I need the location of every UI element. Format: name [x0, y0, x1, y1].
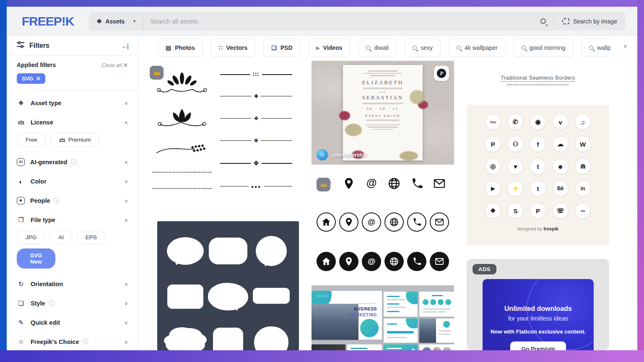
speech-bubble	[208, 283, 248, 310]
frame-left-edge	[0, 0, 7, 362]
assets-dropdown[interactable]: ❖ Assets ▼	[89, 12, 143, 31]
author-attribution[interactable]: ☺ pikisuperstar	[317, 149, 367, 160]
globe-icon	[387, 177, 401, 192]
phone-icon: ✆	[507, 114, 523, 130]
instagram-icon: ◎	[485, 158, 501, 174]
premium-crown-badge	[317, 178, 330, 191]
chevron-icon: ∨	[125, 320, 128, 326]
clear-all-button[interactable]: Clear all✕	[101, 62, 128, 68]
search-icon	[522, 46, 526, 50]
premium-ad[interactable]: Unlimited downloads for your limitless i…	[483, 279, 594, 350]
sidebar-item-choice[interactable]: ☆Freepik's Choiceⓘ∨	[7, 332, 138, 350]
chevron-icon: ∨	[125, 179, 128, 184]
image-scan-icon	[562, 18, 569, 24]
sidebar-item-quick-edit[interactable]: ✎Quick edit∨	[7, 313, 138, 332]
home-circle-icon	[317, 212, 336, 232]
search-button[interactable]	[533, 18, 553, 24]
filter-option-premium[interactable]: Premium	[50, 133, 100, 147]
freepik-window: FREEP!K ❖ Assets ▼ Search by image	[7, 7, 637, 350]
chevron-down-icon: ▼	[132, 19, 136, 23]
dropbox-icon: ❖	[485, 203, 501, 219]
search-icon	[540, 18, 546, 24]
chip-diwali[interactable]: diwali	[358, 39, 397, 57]
search-input[interactable]	[143, 18, 533, 25]
search-icon	[366, 46, 370, 50]
chip-PSD[interactable]: ❏PSD	[263, 39, 300, 57]
sidebar-item-people[interactable]: ☻Peopleⓘ∨	[7, 191, 138, 210]
slide-thumbnail	[384, 292, 418, 317]
filters-title: Filters	[29, 42, 122, 49]
filter-option-jpg[interactable]: JPG	[17, 230, 45, 244]
ads-badge: ADS	[473, 264, 496, 274]
chip-good-morning[interactable]: good morning	[514, 39, 574, 57]
asset-card-business-presentation[interactable]: YOUR LOGO PRESENTATION BUSINESS MARKETIN…	[312, 285, 454, 350]
chip-wallpaper[interactable]: wallpaper	[581, 39, 610, 57]
freepik-credit: designed by freepik	[467, 226, 609, 231]
collapse-sidebar-icon[interactable]: ←|	[122, 42, 128, 49]
person-icon: ☻	[17, 197, 25, 204]
chevron-icon: ∨	[125, 282, 128, 287]
asset-card-social-media-icons[interactable]: You✆◉v♫P⚇f☁W◎♥t☻⋒▶⚡tBēin❖SP☏●● designed …	[467, 105, 609, 245]
suggestion-chips-row: ▤Photos∷Vectors❏PSD▹Videosdiwalisexy4k w…	[158, 38, 610, 57]
search-by-image-button[interactable]: Search by image	[554, 18, 626, 25]
file-type-options: JPGAIEPSSVG New	[7, 230, 138, 274]
youtube-text-icon: You	[485, 114, 501, 130]
sidebar-item-ai-generated[interactable]: AiAI-generatedⓘ∨	[7, 153, 138, 172]
filter-option-eps[interactable]: EPS	[77, 230, 106, 244]
sidebar-item-orientation[interactable]: ↻Orientation∨	[7, 274, 138, 294]
asset-card-speech-bubbles[interactable]	[157, 221, 299, 350]
chip-sexy[interactable]: sexy	[405, 39, 441, 57]
asset-card-seamless-borders[interactable]: Traditional Seamless Borders (ʌʌʌʌʌʌʌʌʌʌ…	[467, 61, 609, 101]
divider-column: ••••••✚❖❋❖●●●	[218, 68, 295, 195]
svg-text:@: @	[368, 257, 376, 266]
pinterest-save-button[interactable]: P	[434, 66, 449, 81]
wordpress-icon: W	[575, 136, 591, 152]
location-pin-filled-icon	[339, 252, 358, 271]
filter-option-selected-svg[interactable]: SVG New	[17, 248, 55, 269]
ornamental-divider-dots3: ●●●	[220, 184, 292, 189]
info-icon: ⓘ	[49, 300, 55, 307]
flickr-icon: ●●	[575, 203, 591, 219]
contact-icon-row-plain: @	[315, 177, 451, 192]
asset-card-wedding-invitation[interactable]: ELIZABETH AND SEBASTIAN 06 · 08 · 21 EVE…	[312, 61, 454, 165]
slide-thumbnail	[347, 344, 382, 350]
invitation-date: 06 · 08 · 21	[343, 107, 423, 111]
speech-bubble-cloud	[171, 332, 200, 350]
at-sign-icon: @	[365, 177, 378, 192]
browser-frame: FREEP!K ❖ Assets ▼ Search by image	[0, 0, 644, 362]
image-style-icon: ❏	[17, 300, 25, 307]
chip-Videos[interactable]: ▹Videos	[309, 39, 351, 57]
invitation-venue: EVENT SALON	[343, 114, 423, 118]
zigzag-border: (ʌʌʌʌʌʌʌʌʌʌʌʌʌʌʌʌʌʌʌʌʌʌʌʌʌʌʌʌ)	[507, 83, 569, 86]
filter-option-free[interactable]: Free	[17, 133, 46, 147]
chip-Photos[interactable]: ▤Photos	[158, 39, 203, 57]
chip-4k-wallpaper[interactable]: 4k wallpaper	[449, 39, 506, 57]
sidebar-item-license[interactable]: License∧	[7, 113, 138, 132]
file-icon: ❐	[17, 216, 25, 224]
sidebar-item-style[interactable]: ❏Styleⓘ∨	[7, 294, 138, 313]
vectors-icon: ∷	[219, 44, 223, 51]
filter-option-ai[interactable]: AI	[49, 230, 73, 244]
ornamental-divider-diamonds: ❖	[220, 116, 292, 121]
asset-card-ornamental-dividers[interactable]: ••••••✚❖❋❖●●●	[145, 61, 299, 199]
assets-icon: ❖	[96, 18, 102, 25]
chip-Vectors[interactable]: ∷Vectors	[211, 39, 256, 57]
freepik-mark: freepik	[543, 226, 558, 231]
home-filled-icon	[317, 252, 336, 271]
applied-filters: Applied filters Clear all✕ SVG✕	[7, 56, 138, 91]
dribbble-icon: ◉	[530, 114, 546, 130]
sidebar-item-color[interactable]: ◐Color∨	[7, 172, 138, 191]
asset-card-contact-icons[interactable]: @@@	[312, 171, 454, 278]
at-sign-circle-icon: @	[362, 212, 381, 232]
freepik-logo[interactable]: FREEP!K	[7, 14, 89, 28]
info-icon: ⓘ	[71, 158, 77, 166]
ads-panel: ADS Unlimited downloads for your limitle…	[467, 259, 609, 350]
chevron-right-icon[interactable]: ›	[624, 42, 626, 50]
mail-circle-icon	[430, 212, 449, 232]
sidebar-item-asset-type[interactable]: ❖Asset type∨	[7, 93, 138, 113]
ornamental-divider-diamond-lg: ❖	[220, 160, 292, 167]
applied-chip-svg[interactable]: SVG✕	[17, 73, 45, 84]
tumblr-icon: t	[530, 181, 546, 197]
sidebar-item-file-type[interactable]: ❐File type∧	[7, 210, 138, 230]
crown-icon	[17, 119, 25, 126]
